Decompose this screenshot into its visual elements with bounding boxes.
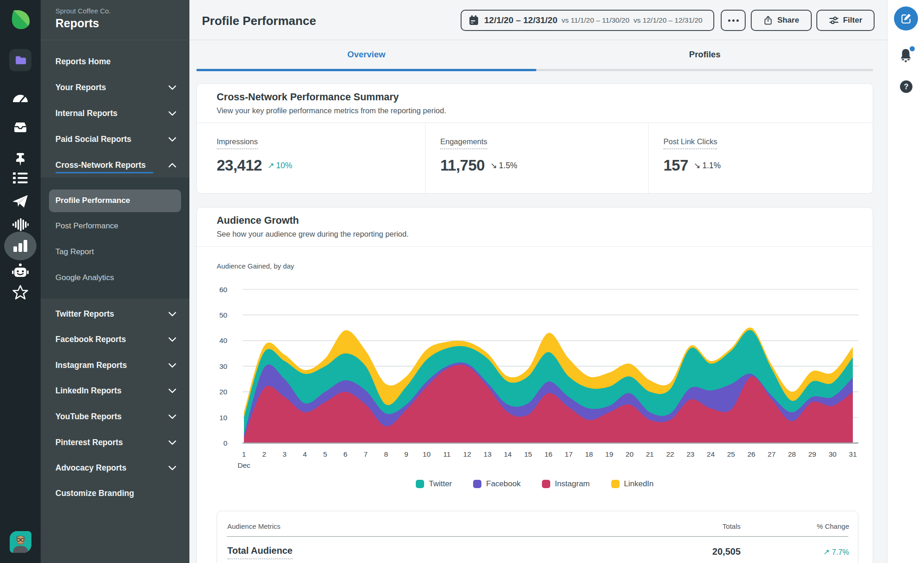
sidebar-item-cross-network-reports[interactable]: Cross-Network Reports <box>41 156 189 174</box>
svg-text:22: 22 <box>666 450 674 458</box>
header-divider <box>189 40 887 40</box>
sidebar-item-internal-reports[interactable]: Internal Reports <box>41 104 189 122</box>
share-label: Share <box>777 16 799 25</box>
svg-text:26: 26 <box>748 450 755 458</box>
more-options-button[interactable] <box>721 10 746 31</box>
table-divider <box>227 536 848 537</box>
svg-text:14: 14 <box>504 450 512 458</box>
metric-label-impressions[interactable]: Impressions <box>217 137 258 149</box>
sidebar-item-tag-report[interactable]: Tag Report <box>41 243 189 261</box>
app-window: Sprout Coffee Co. Reports Reports Home Y… <box>0 0 924 563</box>
legend-swatch <box>542 480 550 488</box>
sidebar-item-instagram-reports[interactable]: Instagram Reports <box>41 356 189 374</box>
table-header-change: % Change <box>817 522 849 530</box>
svg-text:7: 7 <box>364 450 368 458</box>
sidebar-item-twitter-reports[interactable]: Twitter Reports <box>41 305 189 323</box>
sidebar-item-label: Twitter Reports <box>55 309 114 319</box>
total-audience-value: 20,505 <box>712 546 741 557</box>
pin-icon[interactable] <box>0 151 41 168</box>
tab-overview[interactable]: Overview <box>196 44 536 65</box>
chevron-down-icon <box>168 465 176 471</box>
growth-subtitle: See how your audience grew during the re… <box>217 230 409 239</box>
user-avatar[interactable] <box>10 531 31 553</box>
sidebar-item-pinterest-reports[interactable]: Pinterest Reports <box>41 433 189 452</box>
sidebar-item-advocacy-reports[interactable]: Advocacy Reports <box>41 459 189 477</box>
share-button[interactable]: Share <box>751 10 812 31</box>
legend-item-twitter[interactable]: Twitter <box>416 479 452 489</box>
metric-label-post-link-clicks[interactable]: Post Link Clicks <box>663 137 717 149</box>
sidebar-item-your-reports[interactable]: Your Reports <box>41 78 189 97</box>
compose-button[interactable] <box>894 6 918 31</box>
help-button[interactable]: ? <box>900 80 912 93</box>
notification-badge <box>910 46 915 51</box>
growth-divider <box>197 246 873 247</box>
sidebar-item-label: Customize Branding <box>55 489 134 498</box>
sidebar-item-facebook-reports[interactable]: Facebook Reports <box>41 330 189 349</box>
sidebar-item-label: Tag Report <box>55 247 94 257</box>
sidebar-item-label: Instagram Reports <box>55 361 127 370</box>
metric-impressions: 23,412 ↗10% <box>217 157 292 174</box>
sidebar-item-label: Paid Social Reports <box>55 135 131 144</box>
paper-plane-icon[interactable] <box>0 193 41 209</box>
sidebar-item-google-analytics[interactable]: Google Analytics <box>41 269 189 287</box>
legend-label: LinkedIn <box>624 479 654 489</box>
bar-chart-icon <box>12 239 28 253</box>
sidebar-item-label: Internal Reports <box>55 109 117 118</box>
svg-text:29: 29 <box>808 450 816 458</box>
gauge-icon[interactable] <box>0 89 41 105</box>
legend-item-linkedin[interactable]: LinkedIn <box>611 479 654 489</box>
rail-active-reports[interactable] <box>4 232 36 260</box>
svg-text:60: 60 <box>219 286 228 294</box>
sidebar-item-label: YouTube Reports <box>55 412 122 422</box>
metric-value: 157 <box>663 157 688 174</box>
sidebar-item-linkedin-reports[interactable]: LinkedIn Reports <box>41 381 189 400</box>
chevron-down-icon <box>168 440 176 445</box>
audience-growth-stacked-area-chart[interactable]: 0102030405060123456789101112131415161718… <box>206 282 874 477</box>
svg-text:Dec: Dec <box>237 461 250 469</box>
notifications-button[interactable] <box>899 48 913 63</box>
legend-label: Twitter <box>429 479 452 489</box>
svg-text:27: 27 <box>768 450 776 458</box>
calendar-icon <box>468 14 480 26</box>
waveform-icon[interactable] <box>0 217 41 233</box>
svg-text:10: 10 <box>219 414 228 422</box>
chevron-down-icon <box>168 388 176 393</box>
sidebar-item-post-performance[interactable]: Post Performance <box>41 217 189 235</box>
legend-swatch <box>473 480 481 488</box>
sprout-leaf-logo[interactable] <box>0 7 41 31</box>
sidebar-nav-reports-folder[interactable] <box>9 49 31 71</box>
sidebar-item-customize-branding[interactable]: Customize Branding <box>41 484 189 502</box>
star-icon[interactable] <box>0 284 41 301</box>
svg-text:16: 16 <box>544 450 552 458</box>
legend-item-facebook[interactable]: Facebook <box>473 479 521 489</box>
sidebar-item-youtube-reports[interactable]: YouTube Reports <box>41 407 189 426</box>
date-range-button[interactable]: 12/1/20 – 12/31/20 vs 11/1/20 – 11/30/20… <box>461 10 714 31</box>
svg-text:31: 31 <box>849 450 857 458</box>
inbox-icon[interactable] <box>0 119 41 136</box>
filter-button[interactable]: Filter <box>816 10 875 31</box>
chevron-down-icon <box>168 337 176 342</box>
svg-text:9: 9 <box>404 450 408 458</box>
table-row-total-audience[interactable]: Total Audience <box>227 545 292 559</box>
metric-label-engagements[interactable]: Engagements <box>440 137 487 149</box>
list-icon[interactable] <box>0 170 41 186</box>
chevron-down-icon <box>168 111 176 116</box>
cross-network-summary-card: Cross-Network Performance Summary View y… <box>196 83 873 194</box>
legend-swatch <box>611 480 620 488</box>
sidebar-item-paid-social-reports[interactable]: Paid Social Reports <box>41 130 189 148</box>
svg-text:25: 25 <box>727 450 735 458</box>
robot-icon[interactable] <box>0 263 41 279</box>
metric-column-divider <box>425 122 426 193</box>
sidebar-item-reports-home[interactable]: Reports Home <box>41 52 189 71</box>
sidebar-item-label: Profile Performance <box>55 196 130 205</box>
chevron-down-icon <box>168 312 176 317</box>
reports-sidebar: Sprout Coffee Co. Reports Reports Home Y… <box>41 0 189 563</box>
svg-text:4: 4 <box>303 450 307 458</box>
svg-text:15: 15 <box>524 450 532 458</box>
tab-profiles[interactable]: Profiles <box>536 44 873 65</box>
legend-item-instagram[interactable]: Instagram <box>542 479 590 489</box>
legend-swatch <box>416 480 424 488</box>
chevron-down-icon <box>168 414 176 419</box>
company-name: Sprout Coffee Co. <box>55 7 111 15</box>
sidebar-item-profile-performance[interactable]: Profile Performance <box>41 191 189 210</box>
